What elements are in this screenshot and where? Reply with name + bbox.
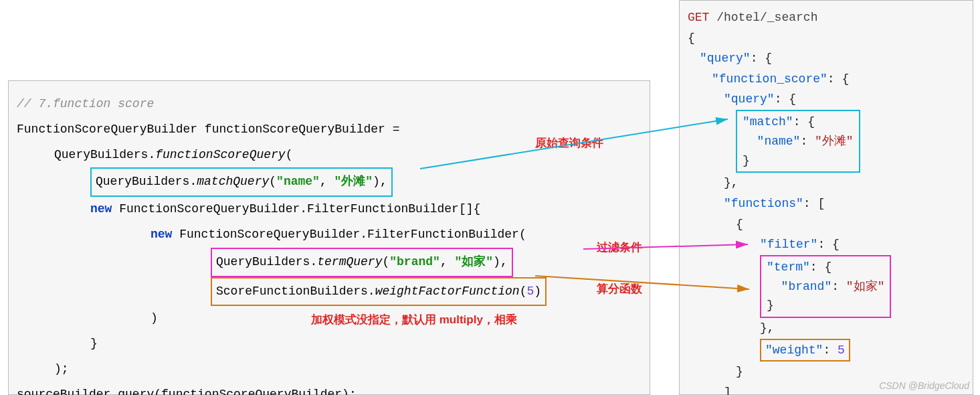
json-line: }, — [688, 173, 965, 193]
label-filter: 过滤条件 — [597, 240, 642, 255]
json-line: "filter": { — [688, 234, 965, 255]
code-line: ); — [17, 357, 642, 382]
json-match-box: "match": { "name": "外滩" } — [736, 110, 860, 173]
match-query-box: QueryBuilders.matchQuery("name", "外滩"), — [90, 167, 393, 197]
code-line: sourceBuilder.query(functionScoreQueryBu… — [17, 382, 642, 395]
code-line: new FunctionScoreQueryBuilder.FilterFunc… — [17, 222, 642, 248]
term-query-box: QueryBuilders.termQuery("brand", "如家"), — [211, 248, 513, 277]
json-line: "function_score": { — [688, 69, 965, 90]
code-line: // 7.function score — [17, 92, 642, 117]
json-pane: GET /hotel/_search { "query": { "functio… — [679, 0, 973, 395]
json-line: }, — [688, 318, 965, 339]
json-line: "weight": 5 — [688, 339, 965, 362]
label-score: 算分函数 — [597, 281, 642, 297]
code-line: } — [17, 331, 642, 357]
json-line: } — [688, 362, 965, 382]
code-line: new FunctionScoreQueryBuilder.FilterFunc… — [17, 197, 642, 222]
watermark: CSDN @BridgeCloud — [879, 380, 969, 391]
json-line: "query": { — [688, 48, 965, 69]
json-term-box: "term": { "brand": "如家" } — [760, 255, 891, 318]
json-line: { — [688, 28, 965, 49]
code-line: ScoreFunctionBuilders.weightFactorFuncti… — [17, 277, 642, 307]
json-line: "functions": [ — [688, 193, 965, 214]
label-mode: 加权模式没指定，默认用 multiply，相乘 — [311, 312, 517, 327]
weight-function-box: ScoreFunctionBuilders.weightFactorFuncti… — [211, 277, 547, 307]
json-line: { — [688, 214, 965, 235]
java-code-pane: // 7.function score FunctionScoreQueryBu… — [8, 80, 650, 395]
code-line: QueryBuilders.termQuery("brand", "如家"), — [17, 248, 642, 277]
json-line: "query": { — [688, 89, 965, 110]
json-line: "match": { "name": "外滩" } — [688, 110, 965, 173]
comment: // 7.function score — [17, 97, 154, 110]
json-line: GET /hotel/_search — [688, 7, 965, 28]
code-line: QueryBuilders.matchQuery("name", "外滩"), — [17, 167, 642, 197]
label-original-query: 原始查询条件 — [535, 135, 603, 151]
json-weight-box: "weight": 5 — [760, 339, 850, 362]
json-line: "term": { "brand": "如家" } — [688, 255, 965, 318]
